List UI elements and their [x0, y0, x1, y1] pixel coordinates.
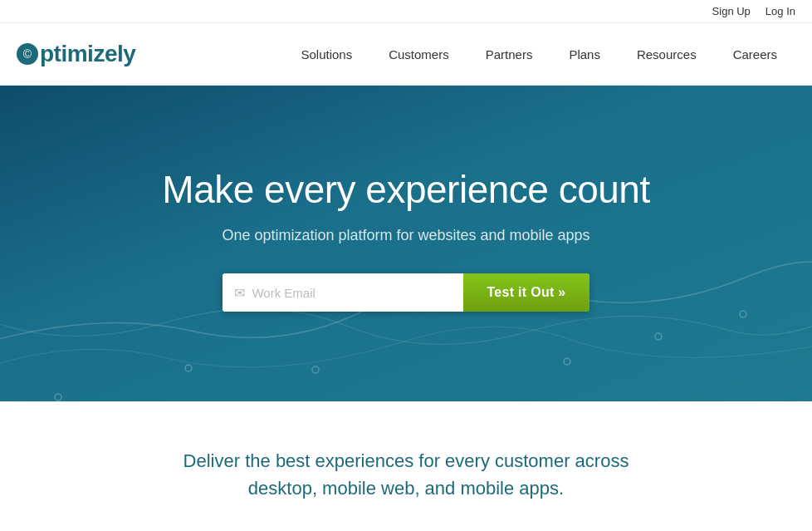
logo-icon — [17, 43, 38, 65]
cta-form: ✉ Test it Out » — [223, 273, 589, 312]
nav-plans[interactable]: Plans — [550, 23, 619, 86]
signup-link[interactable]: Sign Up — [712, 5, 751, 17]
hero-subheadline: One optimization platform for websites a… — [222, 227, 589, 244]
svg-point-4 — [655, 333, 662, 340]
navbar: ptimizely Solutions Customers Partners P… — [0, 23, 812, 86]
nav-links: Solutions Customers Partners Plans Resou… — [282, 23, 795, 86]
below-hero-section: Deliver the best experiences for every c… — [0, 401, 812, 531]
below-hero-text: Deliver the best experiences for every c… — [157, 447, 655, 502]
top-bar: Sign Up Log In — [0, 0, 812, 23]
email-wrapper: ✉ — [223, 273, 463, 312]
hero-headline: Make every experience count — [162, 167, 649, 212]
nav-careers[interactable]: Careers — [715, 23, 795, 86]
logo-text: ptimizely — [40, 41, 135, 67]
nav-resources[interactable]: Resources — [619, 23, 715, 86]
login-link[interactable]: Log In — [766, 5, 795, 17]
nav-customers[interactable]: Customers — [370, 23, 467, 86]
svg-point-1 — [185, 365, 192, 371]
svg-point-3 — [564, 358, 570, 365]
email-icon: ✉ — [234, 285, 245, 301]
nav-solutions[interactable]: Solutions — [282, 23, 370, 86]
svg-point-2 — [312, 366, 319, 373]
svg-point-0 — [55, 394, 61, 401]
svg-point-5 — [740, 311, 746, 317]
hero-section: Make every experience count One optimiza… — [0, 86, 812, 401]
logo[interactable]: ptimizely — [17, 41, 135, 67]
cta-button[interactable]: Test it Out » — [463, 273, 589, 312]
email-input[interactable] — [252, 274, 451, 312]
nav-partners[interactable]: Partners — [467, 23, 551, 86]
